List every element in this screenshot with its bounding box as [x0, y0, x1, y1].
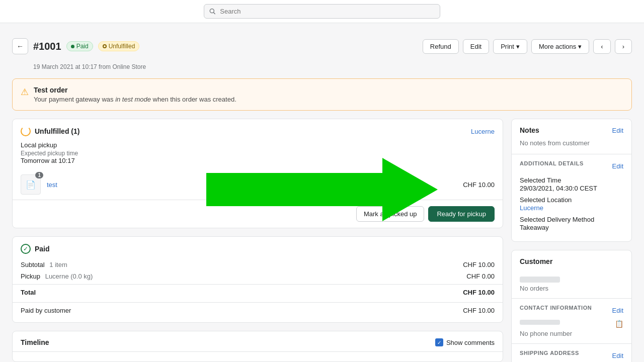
subtotal-amount: CHF 10.00: [463, 261, 495, 268]
order-date: 19 March 2021 at 10:17 from Online Store: [33, 63, 632, 70]
svg-point-0: [210, 9, 214, 13]
total-row: Total CHF 10.00: [13, 284, 503, 298]
refund-button[interactable]: Refund: [423, 39, 459, 54]
item-price: CHF 10.00: [463, 181, 495, 189]
pickup-row: Pickup Lucerne (0.0 kg) CHF 0.00: [13, 270, 503, 282]
two-column-layout: Unfulfilled (1) Lucerne Local pickup Exp…: [12, 119, 632, 362]
total-label: Total: [21, 289, 36, 296]
warning-content: Test order Your payment gateway was in t…: [34, 86, 236, 103]
selected-delivery-item: Selected Delivery Method Takeaway: [520, 216, 623, 231]
more-actions-label: More actions: [539, 43, 576, 50]
selected-time-value: 29/03/2021, 04:30:0 CEST: [520, 185, 623, 192]
customer-header: Customer: [512, 250, 631, 270]
show-comments-text: Show comments: [446, 339, 495, 346]
unfulfilled-card-actions: Mark as picked up Ready for pickup: [13, 200, 503, 228]
warning-text-before: Your payment gateway was: [34, 96, 115, 103]
order-header: ← #1001 Paid Unfulfilled Refund Edit Pri…: [12, 32, 632, 60]
main-column: Unfulfilled (1) Lucerne Local pickup Exp…: [12, 119, 503, 362]
paid-card-header-left: ✓ Paid: [21, 244, 50, 254]
timeline-header: Timeline ✓ Show comments: [13, 331, 503, 351]
additional-header: ADDITIONAL DETAILS Edit: [520, 160, 623, 171]
subtotal-row: Subtotal 1 item CHF 10.00: [13, 259, 503, 270]
search-container[interactable]: [204, 4, 440, 19]
unfulfilled-spinner-icon: [21, 126, 31, 136]
print-button[interactable]: Print ▾: [493, 39, 527, 54]
more-actions-button[interactable]: More actions ▾: [531, 39, 589, 54]
pickup-detail: Lucerne (0.0 kg): [45, 273, 93, 280]
selected-location-value: Lucerne: [520, 204, 623, 212]
item-qty-badge: 1: [35, 172, 43, 178]
search-icon: [209, 8, 216, 15]
print-chevron-icon: ▾: [516, 43, 520, 50]
paid-by-customer-row: Paid by customer CHF 10.00: [13, 302, 503, 316]
notes-edit-link[interactable]: Edit: [612, 127, 623, 134]
additional-edit-link[interactable]: Edit: [612, 162, 623, 170]
notes-title: Notes: [520, 126, 539, 134]
pickup-payment-label: Pickup Lucerne (0.0 kg): [21, 273, 93, 280]
additional-section: ADDITIONAL DETAILS Edit Selected Time 29…: [512, 154, 631, 241]
selected-location-item: Selected Location Lucerne: [520, 196, 623, 212]
paid-card-header: ✓ Paid: [13, 237, 503, 259]
shipping-edit-link[interactable]: Edit: [612, 352, 623, 359]
selected-delivery-label: Selected Delivery Method: [520, 216, 623, 223]
prev-order-button[interactable]: ‹: [593, 39, 610, 54]
selected-location-label: Selected Location: [520, 196, 623, 204]
unfulfilled-badge: Unfulfilled: [98, 41, 140, 51]
order-item-row: 📄 1 test CHF 10.00: [13, 169, 503, 200]
customer-title: Customer: [520, 257, 552, 265]
show-comments-label[interactable]: ✓ Show comments: [435, 338, 495, 346]
warning-banner: ⚠ Test order Your payment gateway was in…: [12, 78, 632, 111]
warning-title: Test order: [34, 86, 236, 94]
additional-title: ADDITIONAL DETAILS: [520, 160, 584, 166]
contact-edit-link[interactable]: Edit: [612, 307, 623, 314]
mark-picked-up-button[interactable]: Mark as picked up: [356, 206, 425, 222]
customer-card: Customer No orders CONTACT INFORMATION E…: [511, 250, 632, 362]
search-input[interactable]: [220, 8, 435, 15]
warning-text-emphasis: in test mode: [115, 96, 151, 103]
shipping-header: SHIPPING ADDRESS Edit: [520, 350, 623, 361]
top-bar: [0, 0, 644, 23]
paid-badge-dot: [71, 45, 74, 48]
contact-section: CONTACT INFORMATION Edit 📋 No phone numb…: [512, 298, 631, 343]
warning-text-after: when this order was created.: [151, 96, 236, 103]
unfulfilled-badge-label: Unfulfilled: [109, 43, 135, 50]
paid-badge-label: Paid: [76, 43, 89, 50]
notes-empty-text: No notes from customer: [512, 139, 631, 154]
notes-card: Notes Edit No notes from customer ADDITI…: [511, 119, 632, 242]
copy-email-icon[interactable]: 📋: [615, 320, 623, 328]
selected-time-label: Selected Time: [520, 176, 623, 184]
selected-time-item: Selected Time 29/03/2021, 04:30:0 CEST: [520, 176, 623, 192]
order-number: #1001: [33, 41, 61, 52]
side-column: Notes Edit No notes from customer ADDITI…: [511, 119, 632, 362]
back-button[interactable]: ←: [12, 38, 28, 54]
paid-card: ✓ Paid Subtotal 1 item CHF 10.00 Pi: [12, 236, 503, 323]
warning-icon: ⚠: [21, 86, 29, 98]
selected-delivery-value: Takeaway: [520, 224, 623, 231]
paid-by-customer-amount: CHF 10.00: [463, 307, 495, 314]
item-name-link[interactable]: test: [47, 181, 457, 189]
paid-checkmark-icon: ✓: [21, 244, 31, 254]
customer-name-blurred: [520, 277, 560, 283]
next-order-button[interactable]: ›: [615, 39, 632, 54]
unfulfilled-card-header: Unfulfilled (1) Lucerne: [13, 119, 503, 141]
timeline-title: Timeline: [21, 338, 49, 346]
shipping-title: SHIPPING ADDRESS: [520, 350, 579, 356]
show-comments-checkbox[interactable]: ✓: [435, 338, 443, 346]
total-amount: CHF 10.00: [463, 289, 495, 296]
warning-text: Your payment gateway was in test mode wh…: [34, 96, 236, 103]
pickup-time-value: Tomorrow at 10:17: [13, 157, 503, 169]
paid-badge: Paid: [66, 41, 93, 51]
paid-by-customer-label: Paid by customer: [21, 307, 71, 314]
pickup-time-label: Expected pickup time: [13, 149, 503, 157]
unfulfilled-card-header-left: Unfulfilled (1): [21, 126, 79, 136]
order-header-right: Refund Edit Print ▾ More actions ▾ ‹ ›: [423, 39, 632, 54]
customer-section: No orders: [512, 270, 631, 298]
edit-button[interactable]: Edit: [463, 39, 489, 54]
unfulfilled-card: Unfulfilled (1) Lucerne Local pickup Exp…: [12, 119, 503, 228]
paid-title: Paid: [35, 245, 50, 253]
contact-title: CONTACT INFORMATION: [520, 305, 592, 311]
contact-email-blurred: [520, 320, 560, 325]
ready-for-pickup-button[interactable]: Ready for pickup: [428, 206, 495, 222]
item-thumbnail-icon: 📄: [26, 180, 36, 190]
contact-phone-text: No phone number: [520, 330, 623, 337]
